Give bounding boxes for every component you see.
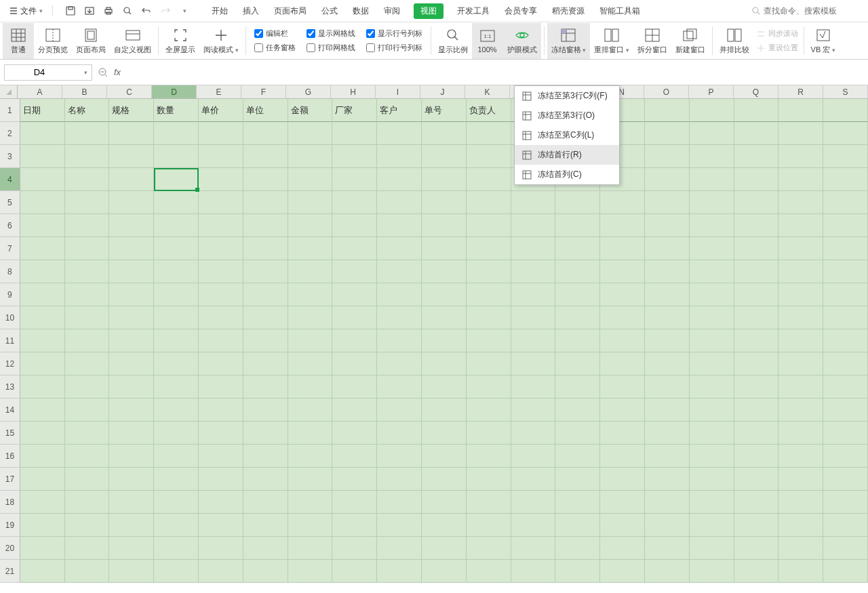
cell-J5[interactable] bbox=[422, 191, 467, 214]
cell-M11[interactable] bbox=[555, 329, 600, 352]
cell-H10[interactable] bbox=[332, 306, 377, 329]
cell-B5[interactable] bbox=[65, 191, 110, 214]
freeze-option-0[interactable]: 冻结至第3行C列(F) bbox=[515, 86, 619, 106]
cell-P5[interactable] bbox=[690, 191, 734, 214]
cell-D12[interactable] bbox=[154, 352, 199, 375]
cell-D13[interactable] bbox=[154, 375, 199, 398]
cell-O2[interactable] bbox=[645, 122, 690, 145]
cell-S20[interactable] bbox=[823, 537, 868, 560]
cell-R18[interactable] bbox=[778, 491, 823, 514]
cell-L6[interactable] bbox=[511, 214, 556, 237]
cell-J14[interactable] bbox=[422, 398, 467, 422]
cell-G15[interactable] bbox=[288, 422, 333, 445]
zoom-button[interactable]: 显示比例 bbox=[434, 23, 472, 59]
tab-page-layout[interactable]: 页面布局 bbox=[273, 3, 308, 20]
cell-B17[interactable] bbox=[65, 468, 110, 491]
cell-D20[interactable] bbox=[154, 537, 199, 560]
cell-K4[interactable] bbox=[467, 168, 511, 191]
cell-C1[interactable]: 规格 bbox=[109, 99, 154, 122]
cell-N8[interactable] bbox=[600, 260, 645, 283]
cell-S11[interactable] bbox=[823, 329, 868, 352]
cell-J21[interactable] bbox=[422, 560, 467, 583]
cell-L5[interactable] bbox=[511, 191, 556, 214]
cell-E11[interactable] bbox=[199, 329, 243, 352]
file-menu[interactable]: 文件 ▾ bbox=[5, 4, 47, 18]
cell-N10[interactable] bbox=[600, 306, 645, 329]
cell-L9[interactable] bbox=[511, 283, 556, 306]
cell-C15[interactable] bbox=[109, 422, 154, 445]
cell-S6[interactable] bbox=[823, 214, 868, 237]
cell-R3[interactable] bbox=[778, 145, 823, 168]
edit-bar-checkbox[interactable]: 编辑栏 bbox=[254, 28, 296, 39]
cell-S3[interactable] bbox=[823, 145, 868, 168]
cell-R11[interactable] bbox=[778, 329, 823, 352]
cell-I14[interactable] bbox=[377, 398, 422, 422]
cell-P21[interactable] bbox=[690, 560, 734, 583]
undo-icon[interactable] bbox=[140, 4, 153, 18]
cell-I7[interactable] bbox=[377, 237, 422, 260]
cell-R20[interactable] bbox=[778, 537, 823, 560]
column-header-E[interactable]: E bbox=[197, 85, 241, 99]
cell-J20[interactable] bbox=[422, 537, 467, 560]
cell-E12[interactable] bbox=[199, 352, 243, 375]
zoom-out-icon[interactable] bbox=[98, 67, 108, 78]
cell-I2[interactable] bbox=[377, 122, 422, 145]
cell-H3[interactable] bbox=[332, 145, 377, 168]
chevron-down-icon[interactable]: ▾ bbox=[84, 69, 87, 76]
cell-H18[interactable] bbox=[332, 491, 377, 514]
column-header-P[interactable]: P bbox=[689, 85, 734, 99]
cell-P14[interactable] bbox=[690, 398, 734, 422]
cell-P4[interactable] bbox=[690, 168, 734, 191]
cell-B12[interactable] bbox=[65, 352, 110, 375]
cell-G7[interactable] bbox=[288, 237, 333, 260]
cell-F17[interactable] bbox=[243, 468, 288, 491]
arrange-windows-button[interactable]: 重排窗口 ▾ bbox=[590, 23, 633, 59]
row-header-12[interactable]: 12 bbox=[0, 352, 20, 375]
cell-G6[interactable] bbox=[288, 214, 333, 237]
cell-J1[interactable]: 单号 bbox=[422, 99, 467, 122]
cell-J7[interactable] bbox=[422, 237, 467, 260]
tab-view[interactable]: 视图 bbox=[414, 3, 443, 19]
qat-more-icon[interactable]: ▾ bbox=[178, 4, 191, 18]
cell-S5[interactable] bbox=[823, 191, 868, 214]
cell-D10[interactable] bbox=[154, 306, 199, 329]
cell-O21[interactable] bbox=[645, 560, 690, 583]
cell-R15[interactable] bbox=[778, 422, 823, 445]
column-header-H[interactable]: H bbox=[331, 85, 376, 99]
cell-P12[interactable] bbox=[690, 352, 734, 375]
tab-insert[interactable]: 插入 bbox=[241, 3, 260, 20]
print-headings-checkbox[interactable]: 打印行号列标 bbox=[366, 43, 422, 53]
cell-H4[interactable] bbox=[332, 168, 377, 191]
cell-G3[interactable] bbox=[288, 145, 333, 168]
cell-K20[interactable] bbox=[467, 537, 511, 560]
cell-E6[interactable] bbox=[199, 214, 243, 237]
cell-R17[interactable] bbox=[778, 468, 823, 491]
cell-B1[interactable]: 名称 bbox=[65, 99, 110, 122]
cell-P18[interactable] bbox=[690, 491, 734, 514]
cell-S8[interactable] bbox=[823, 260, 868, 283]
cell-N11[interactable] bbox=[600, 329, 645, 352]
cell-G18[interactable] bbox=[288, 491, 333, 514]
cell-A4[interactable] bbox=[20, 168, 65, 191]
tab-smart-tools[interactable]: 智能工具箱 bbox=[598, 3, 642, 20]
cell-C2[interactable] bbox=[109, 122, 154, 145]
formula-input[interactable] bbox=[126, 65, 864, 80]
column-header-K[interactable]: K bbox=[465, 85, 510, 99]
cell-P11[interactable] bbox=[690, 329, 734, 352]
cell-I18[interactable] bbox=[377, 491, 422, 514]
cell-I6[interactable] bbox=[377, 214, 422, 237]
cell-E10[interactable] bbox=[199, 306, 243, 329]
tab-developer[interactable]: 开发工具 bbox=[456, 3, 491, 20]
cell-L10[interactable] bbox=[511, 306, 556, 329]
cell-K6[interactable] bbox=[467, 214, 511, 237]
column-header-R[interactable]: R bbox=[778, 85, 823, 99]
cell-D5[interactable] bbox=[154, 191, 199, 214]
cell-P3[interactable] bbox=[690, 145, 734, 168]
cell-J13[interactable] bbox=[422, 375, 467, 398]
cell-C6[interactable] bbox=[109, 214, 154, 237]
cell-O16[interactable] bbox=[645, 445, 690, 468]
cell-G9[interactable] bbox=[288, 283, 333, 306]
cell-F1[interactable]: 单位 bbox=[243, 99, 288, 122]
cell-L16[interactable] bbox=[511, 445, 556, 468]
cell-G10[interactable] bbox=[288, 306, 333, 329]
